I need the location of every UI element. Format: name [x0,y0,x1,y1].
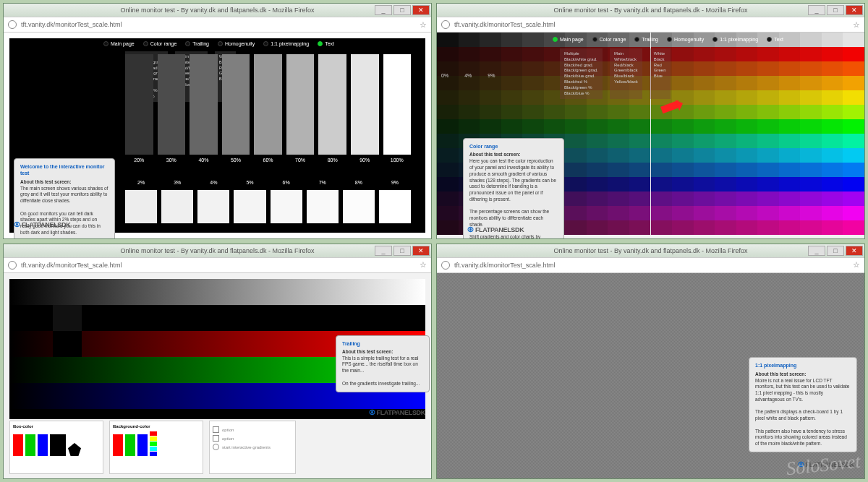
window-pixelmapping: Online monitor test - By vanity.dk and f… [436,244,865,480]
flatpanels-logo: ⦿ FLATPANELSDK [369,409,425,416]
titlebar: Online monitor test - By vanity.dk and f… [4,4,431,17]
url-text[interactable]: tft.vanity.dk/monitorTest_scale.html [21,262,415,269]
test-canvas-greyscale: Main page Color range Trailing Homogenui… [9,38,425,233]
menu-pixelmapping[interactable]: 1:1 pixelmapping [263,41,309,46]
minimize-button[interactable]: _ [375,246,392,256]
close-button[interactable]: ✕ [412,5,430,15]
menu-text[interactable]: Text [767,37,783,42]
flatpanels-logo: ⦿ FLATPANELSDK [14,221,70,228]
box-color-panel[interactable]: Box-color [9,421,103,474]
globe-icon [8,20,17,29]
maximize-button[interactable]: □ [827,246,844,256]
grey-bar-light: 95% [197,190,229,231]
info-box-pixelmap: 1:1 pixelmapping About this test screen:… [749,357,857,452]
window-title: Online monitor test - By vanity.dk and f… [554,247,748,254]
menu-main[interactable]: Main page [103,41,135,46]
top-menu: Main page Color range Trailing Homogenui… [553,37,857,42]
menu-text[interactable]: Text [318,41,334,46]
flatpanels-logo: ⦿ FLATPANELSDK [798,461,854,468]
greyscale-bars-top: 20%30%40%50%60%70%80%90%100% [125,54,411,163]
maximize-button[interactable]: □ [827,5,844,15]
minimize-button[interactable]: _ [375,5,392,15]
grey-bar: 30% [158,54,186,163]
grey-bar: 50% [222,54,250,163]
grey-bar: 90% [351,54,379,163]
titlebar: Online monitor test - By vanity.dk and f… [4,244,431,257]
bookmark-icon[interactable]: ☆ [420,20,427,30]
menu-main[interactable]: Main page [553,37,584,42]
grey-bar-light: 99% [343,190,375,231]
close-button[interactable]: ✕ [846,5,863,15]
bookmark-icon[interactable]: ☆ [853,260,860,270]
window-color-range: Online monitor test - By vanity.dk and f… [436,3,865,239]
pct-labels-left: 0%4%9% [441,73,495,78]
globe-icon [441,261,450,270]
url-text[interactable]: tft.vanity.dk/monitorTest_scale.html [454,21,848,28]
menu-color-range[interactable]: Color range [592,37,626,42]
flatpanels-logo: ⦿ FLATPANELSDK [467,226,524,233]
options-panel[interactable]: option option start interactive gradient… [209,421,296,474]
grey-bar-light: 94% [161,190,193,231]
window-title: Online monitor test - By vanity.dk and f… [554,7,748,14]
greyscale-mid-labels: 2%3%4%5%6%7%8%9% [125,180,411,189]
grey-bar-light: 93% [125,190,157,231]
bookmark-icon[interactable]: ☆ [853,20,860,30]
grey-bar-light: 98% [307,190,339,231]
bookmark-icon[interactable]: ☆ [420,260,427,270]
titlebar: Online monitor test - By vanity.dk and f… [437,244,864,257]
menu-homogenuity[interactable]: Homogenuity [667,37,704,42]
top-menu: Main page Color range Trailing Homogenui… [103,41,418,46]
globe-icon [441,20,450,29]
window-title: Online monitor test - By vanity.dk and f… [121,247,315,254]
greyscale-bars-bottom: 93%94%95%96%97%98%99%100% [125,190,411,231]
menu-homogenuity[interactable]: Homogenuity [218,41,255,46]
bg-color-panel[interactable]: Background-color [109,421,203,474]
test-canvas-color: Main page Color range Trailing Homogenui… [437,33,864,238]
titlebar: Online monitor test - By vanity.dk and f… [437,4,864,17]
url-text[interactable]: tft.vanity.dk/monitorTest_scale.html [454,262,848,269]
window-greyscale: Online monitor test - By vanity.dk and f… [3,3,432,239]
window-title: Online monitor test - By vanity.dk and f… [121,7,315,14]
maximize-button[interactable]: □ [393,246,411,256]
maximize-button[interactable]: □ [393,5,411,15]
grey-bar: 80% [318,54,346,163]
menu-trailing[interactable]: Trailing [634,37,658,42]
window-trailing: Online monitor test - By vanity.dk and f… [3,244,432,480]
address-bar: tft.vanity.dk/monitorTest_scale.html ☆ [4,17,431,33]
grey-bar: 40% [190,54,218,163]
grey-bar-light: 97% [271,190,302,231]
grey-bar-light: 96% [234,190,265,231]
grey-bar: 70% [286,54,315,163]
grey-bar-light: 100% [379,190,411,231]
close-button[interactable]: ✕ [846,246,863,256]
trailing-controls: Box-color Background-color option option… [9,421,425,474]
address-bar: tft.vanity.dk/monitorTest_scale.html ☆ [4,257,431,273]
address-bar: tft.vanity.dk/monitorTest_scale.html ☆ [437,257,864,273]
grey-bar: 100% [383,54,412,163]
minimize-button[interactable]: _ [808,246,825,256]
submenu[interactable]: MultipleBlack/white grad.Black/red grad.… [560,48,671,99]
minimize-button[interactable]: _ [808,5,825,15]
grey-bar: 20% [125,54,153,163]
menu-pixelmapping[interactable]: 1:1 pixelmapping [712,37,758,42]
grey-bar: 60% [254,54,282,163]
menu-color-range[interactable]: Color range [143,41,177,46]
address-bar: tft.vanity.dk/monitorTest_scale.html ☆ [437,17,864,33]
globe-icon [8,261,17,270]
close-button[interactable]: ✕ [412,246,430,256]
info-box-color: Color range About this test screen: Here… [463,138,564,238]
menu-trailing[interactable]: Trailing [185,41,209,46]
url-text[interactable]: tft.vanity.dk/monitorTest_scale.html [21,21,415,28]
info-box-trailing: Trailing About this test screen: This is… [336,335,430,392]
